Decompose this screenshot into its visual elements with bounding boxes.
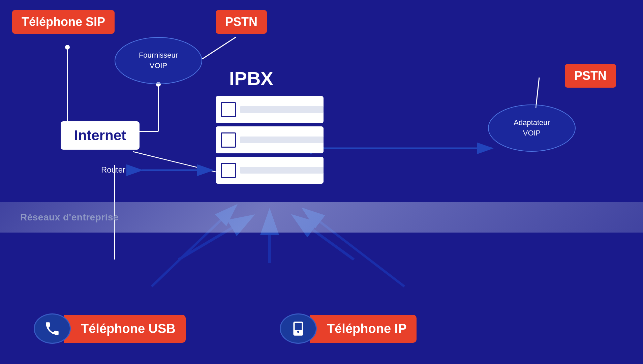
telephone-usb-badge: Téléphone USB: [34, 313, 186, 344]
telephone-ip-label: Téléphone IP: [310, 315, 417, 343]
server-square-3: [221, 163, 236, 178]
server-unit-1: [216, 96, 324, 123]
usb-phone-icon: [44, 320, 61, 337]
telephone-usb-label: Téléphone USB: [64, 315, 186, 343]
svg-line-14: [536, 78, 539, 108]
telephone-ip-badge: Téléphone IP: [280, 313, 417, 344]
network-band: Réseaux d'entreprise: [0, 202, 643, 233]
adaptateur-voip-ellipse: Adaptateur VOIP: [488, 104, 576, 152]
svg-point-2: [65, 45, 70, 50]
svg-line-7: [133, 152, 216, 172]
ipbx-label: IPBX: [229, 67, 273, 89]
network-label: Réseaux d'entreprise: [20, 212, 119, 223]
telephone-sip-badge: Téléphone SIP: [12, 10, 115, 34]
internet-box: Internet: [61, 121, 140, 150]
ipbx-server: [216, 96, 324, 184]
fournisseur-voip-ellipse: Fournisseur VOIP: [115, 37, 202, 84]
server-square-1: [221, 102, 236, 117]
ip-phone-circle: [280, 313, 317, 344]
server-unit-3: [216, 157, 324, 184]
router-label: Router: [101, 165, 125, 175]
pstn-top-badge: PSTN: [216, 10, 267, 34]
server-square-2: [221, 132, 236, 148]
ip-phone-icon: [290, 320, 307, 337]
svg-line-6: [202, 37, 236, 59]
server-unit-2: [216, 126, 324, 153]
pstn-right-badge: PSTN: [565, 64, 616, 88]
usb-phone-circle: [34, 313, 71, 344]
